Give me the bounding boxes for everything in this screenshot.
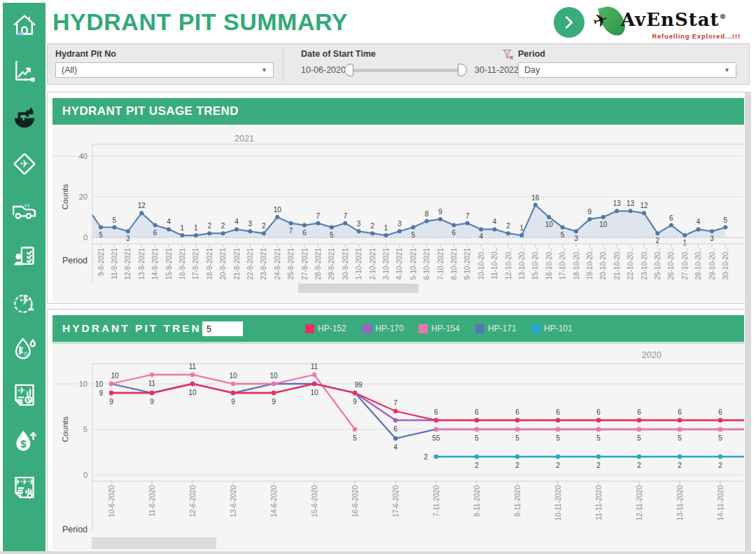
legend-item-HP-171[interactable]: HP-171 (475, 324, 517, 333)
svg-text:13: 13 (613, 200, 622, 207)
svg-text:9: 9 (438, 208, 442, 216)
svg-text:$: $ (20, 438, 27, 450)
svg-text:4: 4 (234, 218, 239, 226)
svg-text:7: 7 (316, 212, 321, 220)
trend-h-scrollbar-thumb[interactable] (92, 537, 216, 549)
svg-text:2: 2 (596, 462, 601, 469)
svg-text:17-10-20..: 17-10-20.. (559, 248, 566, 280)
svg-text:1: 1 (181, 224, 185, 232)
fuel-cost-icon[interactable]: $ (9, 426, 40, 457)
svg-text:10: 10 (95, 380, 104, 388)
legend-item-HP-152[interactable]: HP-152 (305, 324, 346, 333)
usage-h-scrollbar-thumb[interactable] (298, 284, 419, 293)
svg-text:2: 2 (370, 222, 374, 230)
svg-text:7-11-2020: 7-11-2020 (433, 485, 440, 517)
svg-text:17-6-2020: 17-6-2020 (392, 485, 400, 518)
svg-text:2: 2 (506, 222, 510, 230)
svg-text:5: 5 (556, 434, 560, 442)
svg-text:17-9-2021: 17-9-2021 (192, 248, 200, 280)
svg-text:6: 6 (596, 408, 601, 416)
svg-text:5: 5 (596, 434, 601, 442)
svg-text:2: 2 (515, 462, 519, 469)
svg-text:9: 9 (353, 398, 357, 406)
flight-report-icon[interactable]: ✈ (9, 380, 40, 410)
hydrant-pit-filter-label: Hydrant Pit No (55, 49, 116, 59)
svg-text:4: 4 (393, 443, 398, 451)
pit-trend-header: HYDRANT PIT TREND HP-152HP-170HP-154HP-1… (52, 315, 744, 342)
svg-text:5: 5 (83, 425, 88, 434)
svg-text:2: 2 (207, 222, 211, 230)
airport-icon[interactable]: ✈ (9, 148, 40, 179)
legend-item-HP-154[interactable]: HP-154 (419, 324, 460, 333)
date-slider-track[interactable] (349, 69, 462, 72)
svg-text:4: 4 (493, 218, 497, 226)
svg-text:2: 2 (556, 462, 560, 469)
svg-text:30-9-2021: 30-9-2021 (342, 248, 349, 280)
svg-text:13-9-2021: 13-9-2021 (138, 248, 146, 280)
svg-text:9: 9 (150, 398, 154, 406)
svg-text:28-9-2021: 28-9-2021 (314, 248, 322, 280)
svg-text:3: 3 (126, 235, 130, 242)
legend-swatch (419, 324, 428, 333)
fleet-report-icon[interactable]: ✈✈✈ (9, 472, 40, 503)
svg-text:10: 10 (111, 372, 119, 380)
svg-text:12: 12 (640, 202, 648, 209)
svg-text:6: 6 (302, 229, 307, 237)
hydrant-pit-select[interactable]: (All) ▼ (55, 62, 274, 78)
pit-trend-chart: 2020105010109911911101091091110999576465… (52, 342, 744, 553)
svg-text:11: 11 (148, 380, 156, 387)
flight-time-icon[interactable]: ✈ (9, 287, 40, 318)
svg-text:14-9-2021: 14-9-2021 (151, 248, 159, 280)
svg-text:Counts: Counts (61, 184, 69, 210)
svg-text:25-10-20..: 25-10-20.. (654, 248, 662, 280)
svg-text:✕: ✕ (509, 55, 514, 61)
svg-text:26-10-20..: 26-10-20.. (667, 248, 675, 280)
svg-text:4: 4 (167, 218, 171, 226)
hydrant-pit-icon[interactable] (9, 102, 40, 133)
svg-text:✈: ✈ (20, 293, 30, 307)
svg-text:14-6-2020: 14-6-2020 (270, 485, 278, 518)
svg-text:21-9-2021: 21-9-2021 (233, 248, 241, 280)
period-filter-label: Period (518, 49, 545, 59)
svg-text:6-10-2021: 6-10-2021 (423, 248, 430, 280)
fuel-level-icon[interactable] (9, 333, 40, 364)
date-slider-handle-end[interactable] (458, 64, 467, 76)
legend-item-HP-101[interactable]: HP-101 (531, 324, 573, 333)
svg-text:11-10-20..: 11-10-20.. (491, 248, 498, 279)
svg-text:25-9-2021: 25-9-2021 (287, 248, 295, 280)
home-icon[interactable] (9, 10, 40, 41)
vertical-scrollbar[interactable] (745, 92, 751, 552)
operator-checklist-icon[interactable] (9, 241, 40, 272)
period-select[interactable]: Day ▼ (518, 62, 736, 78)
svg-text:22-10-20..: 22-10-20.. (626, 248, 634, 280)
date-slider-handle-start[interactable] (344, 64, 354, 76)
svg-text:19-10-20..: 19-10-20.. (586, 248, 594, 280)
svg-text:2: 2 (678, 462, 682, 469)
svg-text:12-10-20..: 12-10-20.. (505, 248, 512, 280)
svg-text:4-10-2021: 4-10-2021 (396, 248, 403, 280)
trend-chart-icon[interactable] (9, 56, 40, 87)
svg-text:Counts: Counts (61, 417, 69, 443)
svg-text:5: 5 (515, 434, 519, 442)
svg-text:23-9-2021: 23-9-2021 (260, 248, 267, 280)
legend-label: HP-154 (431, 324, 460, 333)
fuel-truck-icon[interactable] (9, 195, 40, 226)
svg-text:13-11-2020: 13-11-2020 (676, 485, 684, 521)
svg-text:7: 7 (343, 212, 347, 220)
svg-text:10: 10 (270, 372, 278, 380)
svg-text:99: 99 (354, 381, 363, 389)
svg-text:9-10-2021: 9-10-2021 (463, 248, 471, 280)
go-button[interactable] (554, 7, 584, 38)
svg-text:11-6-2020: 11-6-2020 (148, 485, 156, 517)
svg-text:✈✈✈: ✈✈✈ (14, 477, 35, 486)
svg-text:14-11-2020: 14-11-2020 (717, 485, 724, 521)
legend-item-HP-170[interactable]: HP-170 (363, 324, 404, 333)
svg-text:✈: ✈ (20, 158, 29, 169)
trend-param-input[interactable] (202, 321, 243, 336)
chevron-right-icon (561, 15, 577, 30)
svg-text:2: 2 (475, 462, 479, 469)
svg-text:4: 4 (696, 218, 701, 226)
svg-text:9: 9 (588, 208, 592, 216)
clear-filter-icon[interactable]: ✕ (503, 49, 514, 61)
chevron-down-icon: ▼ (724, 67, 730, 74)
